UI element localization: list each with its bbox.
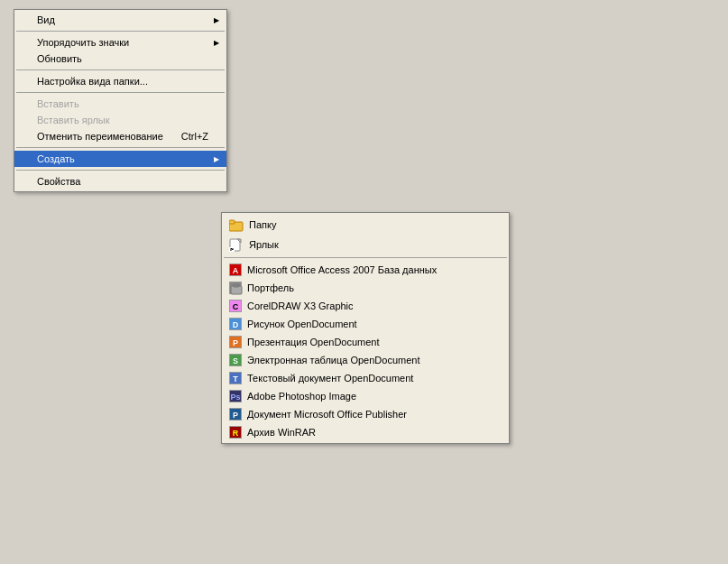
- submenu-arrow-create: ▶: [214, 155, 219, 163]
- psd-icon: Ps: [229, 390, 242, 402]
- submenu-item-shortcut[interactable]: Ярлык: [222, 235, 509, 254]
- context-menu: Вид ▶ Упорядочить значки ▶ Обновить Наст…: [14, 9, 227, 192]
- submenu-item-odt[interactable]: T Текстовый документ OpenDocument: [222, 369, 509, 387]
- submenu-item-odt-label: Текстовый документ OpenDocument: [247, 373, 413, 384]
- shortcut-icon: [229, 237, 244, 252]
- submenu-item-pub-label: Документ Microsoft Office Publisher: [247, 409, 407, 420]
- separator-4: [16, 147, 225, 148]
- menu-item-undo-rename[interactable]: Отменить переименование Ctrl+Z: [14, 128, 226, 144]
- access-icon: A: [229, 264, 242, 276]
- separator-5: [16, 170, 225, 171]
- separator-3: [16, 92, 225, 93]
- odp-icon: P: [229, 336, 242, 348]
- folder-icon: [229, 217, 244, 232]
- menu-item-properties-label: Свойства: [37, 176, 80, 187]
- menu-item-paste-label: Вставить: [37, 98, 79, 109]
- menu-item-undo-rename-label: Отменить переименование: [37, 131, 163, 142]
- separator-1: [16, 31, 225, 32]
- submenu-arrow-view: ▶: [214, 16, 219, 24]
- submenu-item-psd-label: Adobe Photoshop Image: [247, 391, 356, 402]
- submenu-item-folder-label: Папку: [249, 219, 276, 230]
- submenu-arrow-arrange: ▶: [214, 39, 219, 47]
- submenu-item-psd[interactable]: Ps Adobe Photoshop Image: [222, 387, 509, 405]
- submenu-item-winrar[interactable]: R Архив WinRAR: [222, 423, 509, 441]
- submenu-item-portfel-label: Портфель: [247, 282, 294, 293]
- separator-2: [16, 69, 225, 70]
- menu-item-folder-settings[interactable]: Настройка вида папки...: [14, 73, 226, 89]
- submenu-separator-1: [224, 257, 507, 258]
- portfel-icon: [229, 282, 242, 294]
- menu-item-refresh[interactable]: Обновить: [14, 51, 226, 67]
- menu-item-paste-shortcut-label: Вставить ярлык: [37, 115, 110, 125]
- submenu-item-odg[interactable]: D Рисунок OpenDocument: [222, 315, 509, 333]
- winrar-icon: R: [229, 426, 242, 439]
- menu-item-arrange-label: Упорядочить значки: [37, 37, 129, 48]
- submenu-item-shortcut-label: Ярлык: [249, 239, 279, 250]
- odt-icon: T: [229, 372, 242, 384]
- submenu-item-access-label: Microsoft Office Access 2007 База данных: [247, 264, 437, 275]
- odg-icon: D: [229, 318, 242, 330]
- menu-item-arrange[interactable]: Упорядочить значки ▶: [14, 34, 226, 51]
- submenu-item-odp-label: Презентация OpenDocument: [247, 337, 380, 347]
- submenu-item-corel[interactable]: C CorelDRAW X3 Graphic: [222, 297, 509, 315]
- ods-icon: S: [229, 354, 242, 366]
- submenu-item-odg-label: Рисунок OpenDocument: [247, 319, 357, 329]
- menu-item-view[interactable]: Вид ▶: [14, 12, 226, 28]
- menu-item-create[interactable]: Создать ▶: [14, 151, 226, 167]
- menu-item-view-label: Вид: [37, 14, 55, 25]
- menu-item-folder-settings-label: Настройка вида папки...: [37, 76, 148, 87]
- submenu-item-ods[interactable]: S Электронная таблица OpenDocument: [222, 351, 509, 369]
- menu-item-undo-rename-shortcut: Ctrl+Z: [163, 131, 208, 142]
- menu-item-refresh-label: Обновить: [37, 53, 82, 64]
- submenu-item-folder[interactable]: Папку: [222, 215, 509, 235]
- pub-icon: P: [229, 408, 242, 421]
- submenu-item-pub[interactable]: P Документ Microsoft Office Publisher: [222, 405, 509, 423]
- menu-item-properties[interactable]: Свойства: [14, 173, 226, 190]
- submenu-item-corel-label: CorelDRAW X3 Graphic: [247, 300, 354, 311]
- submenu-item-access[interactable]: A Microsoft Office Access 2007 База данн…: [222, 261, 509, 279]
- corel-icon: C: [229, 300, 242, 312]
- submenu-item-portfel[interactable]: Портфель: [222, 279, 509, 297]
- menu-item-paste-shortcut[interactable]: Вставить ярлык: [14, 112, 226, 128]
- submenu-item-odp[interactable]: P Презентация OpenDocument: [222, 333, 509, 351]
- submenu-item-ods-label: Электронная таблица OpenDocument: [247, 355, 420, 365]
- submenu-item-winrar-label: Архив WinRAR: [247, 427, 316, 438]
- create-submenu: Папку Ярлык A Microsoft Office Access 20…: [221, 212, 510, 444]
- svg-rect-1: [229, 220, 235, 224]
- menu-item-paste[interactable]: Вставить: [14, 96, 226, 112]
- menu-item-create-label: Создать: [37, 153, 75, 164]
